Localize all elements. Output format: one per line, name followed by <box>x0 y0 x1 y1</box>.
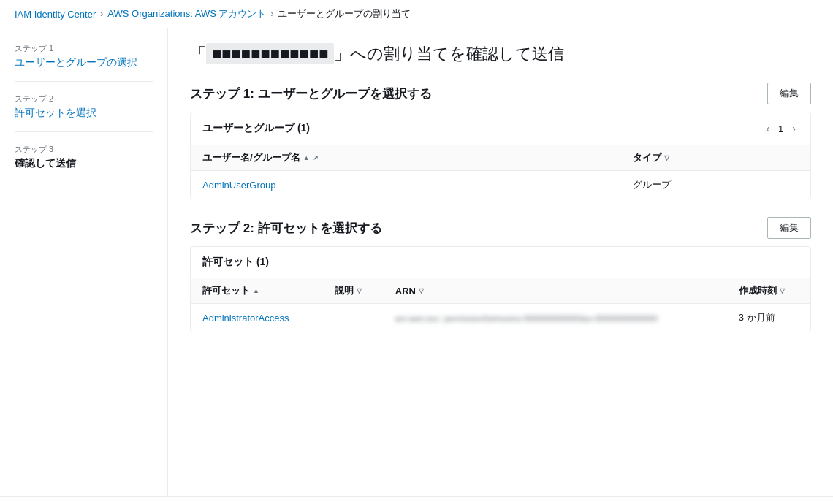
section2-header: ステップ 2: 許可セットを選択する 編集 <box>190 217 811 239</box>
section1-col-type-sort[interactable]: タイプ ▽ <box>633 151 799 164</box>
section1-edit-button[interactable]: 編集 <box>767 83 811 104</box>
s2row1-arn-text: arn:aws:sso:::permissionSet/ssoins-00000… <box>395 314 658 323</box>
section2-col-desc-sort[interactable]: 説明 ▽ <box>335 284 372 297</box>
section2-table-row: AdministratorAccess arn:aws:sso:::permis… <box>191 304 810 332</box>
section2-col-arn: ARN ▽ <box>384 278 727 304</box>
section2-col-created-sort[interactable]: 作成時刻 ▽ <box>739 284 799 297</box>
footer: キャンセル Previous 送信 <box>0 496 833 504</box>
page-title-prefix: 「 <box>190 45 206 63</box>
pagination-next-btn[interactable]: › <box>789 121 799 136</box>
breadcrumb-orgs[interactable]: AWS Organizations: AWS アカウント <box>107 7 266 20</box>
section1-pagination: ‹ 1 › <box>763 121 799 136</box>
breadcrumb-iam[interactable]: IAM Identity Center <box>15 9 96 20</box>
sidebar-divider-1 <box>15 81 153 82</box>
section2-col-arn-sort[interactable]: ARN ▽ <box>395 286 715 297</box>
s2row1-created: 3 か月前 <box>727 304 810 332</box>
breadcrumb: IAM Identity Center › AWS Organizations:… <box>0 0 833 28</box>
pagination-prev-btn[interactable]: ‹ <box>763 121 772 136</box>
section1-table-header: ユーザーとグループ (1) ‹ 1 › <box>191 112 810 145</box>
row1-name-link[interactable]: AdminUserGroup <box>202 180 275 191</box>
section-step1: ステップ 1: ユーザーとグループを選択する 編集 ユーザーとグループ (1) … <box>190 83 811 199</box>
section1-table-header-row: ユーザー名/グループ名 ▲ ↗ タイプ ▽ <box>191 145 810 171</box>
s2col2-sort-icon: ▽ <box>357 287 362 294</box>
sidebar: ステップ 1 ユーザーとグループの選択 ステップ 2 許可セットを選択 ステップ… <box>0 28 168 496</box>
page-title-suffix: 」への割り当てを確認して送信 <box>334 45 564 63</box>
col1-sort-icon: ▲ <box>303 154 310 161</box>
section2-title: ステップ 2: 許可セットを選択する <box>190 220 382 237</box>
section2-table-title: 許可セット (1) <box>202 256 269 269</box>
section2-col-name-sort[interactable]: 許可セット ▲ <box>202 284 311 297</box>
section1-table-title: ユーザーとグループ (1) <box>202 122 310 135</box>
section1-col-name-sort[interactable]: ユーザー名/グループ名 ▲ ↗ <box>202 151 609 164</box>
pagination-current: 1 <box>778 123 783 134</box>
s2col3-sort-icon: ▽ <box>419 287 424 294</box>
section1-table: ユーザー名/グループ名 ▲ ↗ タイプ ▽ <box>191 145 810 199</box>
section1-col-type: タイプ ▽ <box>621 145 810 171</box>
step3-active: 確認して送信 <box>15 157 153 170</box>
section1-table-card: ユーザーとグループ (1) ‹ 1 › ユーザー名/グループ名 <box>190 112 811 199</box>
section2-col-desc: 説明 ▽ <box>323 278 384 304</box>
breadcrumb-current: ユーザーとグループの割り当て <box>278 7 411 20</box>
section2-table: 許可セット ▲ 説明 ▽ <box>191 278 810 332</box>
table-row: AdminUserGroup グループ <box>191 171 810 199</box>
row1-type: グループ <box>621 171 810 199</box>
row1-name: AdminUserGroup <box>191 171 621 199</box>
section1-title: ステップ 1: ユーザーとグループを選択する <box>190 85 432 102</box>
main-content: 「■■■■■■■■■■■■」への割り当てを確認して送信 ステップ 1: ユーザー… <box>168 28 833 496</box>
s2row1-desc <box>323 304 384 332</box>
section2-col-name: 許可セット ▲ <box>191 278 323 304</box>
section1-col-name: ユーザー名/グループ名 ▲ ↗ <box>191 145 621 171</box>
col2-sort-icon: ▽ <box>664 154 669 161</box>
step2-link[interactable]: 許可セットを選択 <box>15 107 153 120</box>
page-title-account: ■■■■■■■■■■■■ <box>206 43 334 64</box>
s2row1-name-link[interactable]: AdministratorAccess <box>202 313 289 324</box>
col1-ext-icon: ↗ <box>313 154 319 161</box>
step2-label: ステップ 2 <box>15 93 153 104</box>
s2col4-sort-icon: ▽ <box>780 287 785 294</box>
step1-link[interactable]: ユーザーとグループの選択 <box>15 56 153 69</box>
section2-table-header-row: 許可セット ▲ 説明 ▽ <box>191 278 810 304</box>
s2row1-name: AdministratorAccess <box>191 304 323 332</box>
step1-label: ステップ 1 <box>15 43 153 54</box>
step3-label: ステップ 3 <box>15 144 153 155</box>
breadcrumb-sep-2: › <box>270 9 273 19</box>
section2-edit-button[interactable]: 編集 <box>767 217 811 239</box>
section2-table-header: 許可セット (1) <box>191 247 810 278</box>
sidebar-divider-2 <box>15 131 153 132</box>
section2-table-card: 許可セット (1) 許可セット ▲ <box>190 246 811 332</box>
section2-col-created: 作成時刻 ▽ <box>727 278 810 304</box>
section1-header: ステップ 1: ユーザーとグループを選択する 編集 <box>190 83 811 104</box>
section-step2: ステップ 2: 許可セットを選択する 編集 許可セット (1) 許可セット ▲ <box>190 217 811 332</box>
breadcrumb-sep-1: › <box>100 9 103 19</box>
s2row1-arn: arn:aws:sso:::permissionSet/ssoins-00000… <box>384 304 727 332</box>
page-title: 「■■■■■■■■■■■■」への割り当てを確認して送信 <box>190 43 811 65</box>
s2col1-sort-icon: ▲ <box>253 287 259 294</box>
